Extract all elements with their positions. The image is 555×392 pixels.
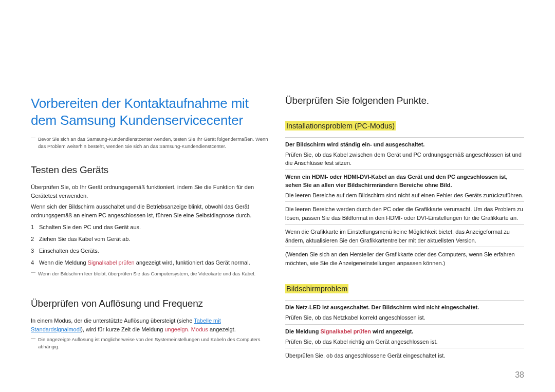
step-3: Einschalten des Geräts. (31, 247, 270, 255)
text: wird angezeigt. (371, 328, 414, 334)
steps-list: Schalten Sie den PC und das Gerät aus. Z… (31, 223, 270, 267)
answer: Prüfen Sie, ob das Kabel zwischen dem Ge… (285, 151, 524, 167)
question: Wenn ein HDMI- oder HDMI-DVI-Kabel an da… (285, 173, 524, 190)
text: Wenn sich der Bildschirm ausschaltet und… (31, 202, 270, 220)
text: Die Meldung (285, 328, 320, 334)
step-4: Wenn die Meldung Signalkabel prüfen ange… (31, 258, 270, 267)
text: In einem Modus, der die unterstützte Auf… (31, 318, 194, 324)
footnote-pre-contact: Bevor Sie sich an das Samsung-Kundendien… (31, 136, 270, 150)
section-check-points: Überprüfen Sie folgenden Punkte. (285, 95, 524, 106)
qa-item: Überprüfen Sie, ob das angeschlossene Ge… (285, 348, 524, 362)
question: Die Meldung Signalkabel prüfen wird ange… (285, 328, 524, 336)
footnote-resolution: Die angezeigte Auflösung ist möglicherwe… (31, 336, 270, 350)
step-2: Ziehen Sie das Kabel vom Gerät ab. (31, 235, 270, 244)
step-1: Schalten Sie den PC und das Gerät aus. (31, 223, 270, 232)
answer: Prüfen Sie, ob das Kabel richtig am Gerä… (285, 338, 524, 346)
answer: Prüfen Sie, ob das Netzkabel korrekt ang… (285, 313, 524, 322)
qa-item: Die leeren Bereiche werden durch den PC … (285, 202, 524, 225)
highlight: Installationsproblem (PC-Modus) (285, 121, 396, 130)
qa-item: (Wenden Sie sich an den Hersteller der G… (285, 247, 524, 269)
sub-install-problem: Installationsproblem (PC-Modus) (285, 122, 524, 130)
text: In einem Modus, der die unterstützte Auf… (31, 316, 270, 334)
answer: Die leeren Bereiche werden durch den PC … (285, 205, 524, 222)
text: Überprüfen Sie, ob Ihr Gerät ordnungsgem… (31, 183, 270, 200)
red-text-ungeeign: ungeeign. Modus (164, 326, 208, 332)
answer: Überprüfen Sie, ob das angeschlossene Ge… (285, 351, 524, 360)
text: angezeigt. (208, 326, 236, 332)
red-text-signalkabel: Signalkabel prüfen (88, 259, 135, 266)
text: angezeigt wird, funktioniert das Gerät n… (135, 259, 250, 266)
answer: (Wenden Sie sich an den Hersteller der G… (285, 250, 524, 267)
qa-item: Die Meldung Signalkabel prüfen wird ange… (285, 325, 524, 348)
qa-item: Die Netz-LED ist ausgeschaltet. Der Bild… (285, 300, 524, 324)
highlight: Bildschirmproblem (285, 284, 348, 293)
footnote-blank-screen: Wenn der Bildschirm leer bleibt, überprü… (31, 270, 270, 277)
qa-item: Wenn die Grafikkarte im Einstellungsmenü… (285, 225, 524, 247)
text: ), wird für kurze Zeit die Meldung (81, 326, 164, 332)
red-text-signalkabel-2: Signalkabel prüfen (320, 328, 371, 334)
question: Die Netz-LED ist ausgeschaltet. Der Bild… (285, 304, 524, 312)
section-resolution-freq: Überprüfen von Auflösung und Frequenz (31, 298, 270, 309)
qa-item: Der Bildschirm wird ständig ein- und aus… (285, 137, 524, 170)
section-testing-device: Testen des Geräts (31, 164, 270, 176)
sub-screen-problem: Bildschirmproblem (285, 285, 524, 293)
answer: Wenn die Grafikkarte im Einstellungsmenü… (285, 228, 524, 245)
qa-item: Wenn ein HDMI- oder HDMI-DVI-Kabel an da… (285, 170, 524, 202)
page-main-heading: Vorbereiten der Kontaktaufnahme mit dem … (31, 95, 270, 128)
text: Wenn die Meldung (39, 259, 88, 266)
page-number: 38 (515, 370, 524, 380)
answer: Die leeren Bereiche auf dem Bildschirm s… (285, 191, 524, 200)
question: Der Bildschirm wird ständig ein- und aus… (285, 141, 524, 149)
